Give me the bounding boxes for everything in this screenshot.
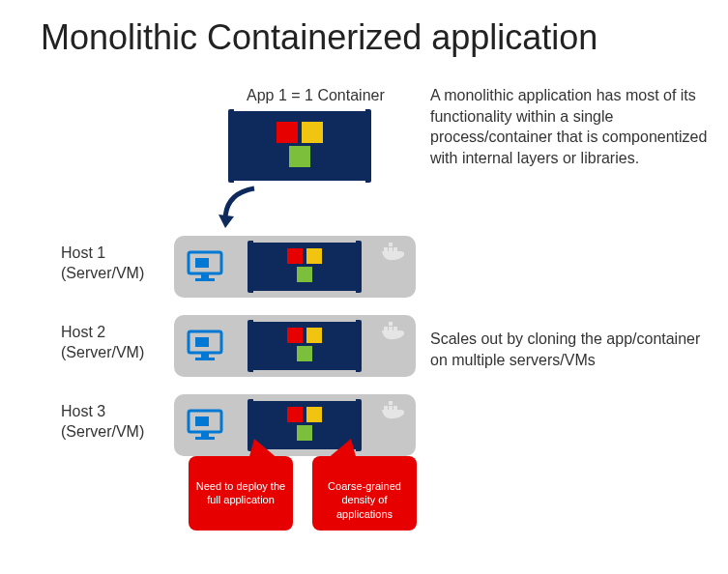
svg-rect-2 bbox=[201, 273, 209, 278]
svg-rect-3 bbox=[195, 278, 215, 281]
svg-rect-10 bbox=[201, 353, 209, 358]
svg-rect-5 bbox=[389, 247, 393, 251]
svg-rect-9 bbox=[195, 337, 209, 347]
host-label-line2: (Server/VM) bbox=[61, 265, 144, 281]
svg-rect-17 bbox=[195, 416, 209, 426]
curved-arrow-icon bbox=[211, 184, 269, 232]
app-container-main bbox=[232, 111, 367, 181]
host-label-line2: (Server/VM) bbox=[61, 344, 144, 360]
svg-rect-1 bbox=[195, 258, 209, 268]
monitor-icon bbox=[186, 408, 224, 443]
monitor-icon bbox=[186, 329, 224, 363]
docker-whale-icon bbox=[381, 242, 406, 261]
callout-pointer-icon bbox=[326, 439, 357, 460]
svg-rect-6 bbox=[393, 247, 397, 251]
callout-deploy-text: Need to deploy the full application bbox=[196, 480, 285, 505]
svg-rect-23 bbox=[389, 401, 393, 405]
host-1-label: Host 1 (Server/VM) bbox=[61, 244, 144, 284]
svg-rect-12 bbox=[384, 327, 388, 330]
docker-whale-icon bbox=[381, 321, 406, 340]
host-2-label: Host 2 (Server/VM) bbox=[61, 323, 144, 363]
component-tile-red bbox=[277, 122, 298, 143]
host-2-row bbox=[174, 315, 416, 377]
callout-density: Coarse-grained density of applications bbox=[312, 456, 417, 531]
svg-rect-22 bbox=[393, 406, 397, 410]
component-tile-yellow bbox=[302, 122, 323, 143]
docker-whale-icon bbox=[381, 400, 406, 419]
description-scale: Scales out by cloning the app/container … bbox=[430, 329, 701, 370]
svg-rect-14 bbox=[393, 327, 397, 330]
callouts-group: Need to deploy the full application Coar… bbox=[189, 456, 417, 531]
svg-rect-20 bbox=[384, 406, 388, 410]
diagram-title: Monolithic Containerized application bbox=[41, 17, 597, 58]
app-container-clone-1 bbox=[251, 243, 358, 291]
svg-rect-11 bbox=[195, 358, 215, 360]
callout-density-text: Coarse-grained density of applications bbox=[328, 480, 401, 520]
host-label-line2: (Server/VM) bbox=[61, 423, 144, 440]
svg-rect-15 bbox=[389, 322, 393, 326]
svg-rect-7 bbox=[389, 243, 393, 246]
svg-rect-21 bbox=[389, 406, 393, 410]
component-tile-green bbox=[289, 146, 310, 167]
host-label-line1: Host 3 bbox=[61, 403, 105, 419]
callout-pointer-icon bbox=[248, 439, 279, 460]
svg-rect-13 bbox=[389, 327, 393, 330]
callout-deploy: Need to deploy the full application bbox=[189, 456, 293, 531]
host-3-label: Host 3 (Server/VM) bbox=[61, 402, 144, 443]
host-label-line1: Host 1 bbox=[61, 244, 105, 261]
svg-rect-19 bbox=[195, 437, 215, 440]
host-3-row bbox=[174, 394, 416, 456]
host-label-line1: Host 2 bbox=[61, 324, 105, 340]
app-container-label: App 1 = 1 Container bbox=[247, 87, 385, 104]
description-monolithic: A monolithic application has most of its… bbox=[430, 85, 711, 168]
app-container-clone-2 bbox=[251, 322, 358, 370]
host-1-row bbox=[174, 236, 416, 298]
svg-rect-4 bbox=[384, 247, 388, 251]
monitor-icon bbox=[186, 249, 224, 284]
svg-rect-18 bbox=[201, 432, 209, 437]
